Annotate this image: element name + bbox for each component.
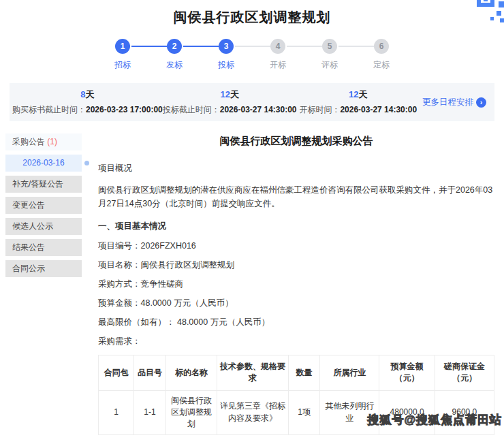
- step-toubiao: 3 投标: [200, 39, 252, 71]
- step-circle: 2: [167, 39, 182, 54]
- table-header-row: 合同包 品目号 标的名称 技术参数、规格要求 数量 所属行业 预算金额（元） 磋…: [99, 355, 494, 390]
- field-budget-amount: 预算金额：48.0000 万元（人民币）: [98, 298, 494, 309]
- announcement-body: 闽侯县行政区划调整规划采购公告 项目概况 闽侯县行政区划调整规划的潜在供应商应在…: [82, 133, 494, 444]
- step-label: 评标: [321, 59, 338, 71]
- sidebar-item-label: 采购公告: [12, 137, 45, 146]
- field-label: 最高限价（如有）：: [98, 317, 175, 327]
- cell-item-number: 1-1: [134, 390, 166, 434]
- sidebar-item-label: 2026-03-16: [22, 158, 64, 168]
- schedule-item-bid-deadline: 12天 投标截止时间：2026-03-27 14:30:00: [163, 89, 297, 116]
- days-remaining: 8天: [12, 89, 163, 101]
- step-label: 投标: [218, 59, 234, 71]
- overview-title: 项目概况: [98, 161, 494, 176]
- sidebar-item-label: 变更公告: [12, 200, 45, 210]
- field-max-price: 最高限价（如有）： 48.0000 万元（人民币）: [98, 317, 494, 328]
- days-unit: 天: [86, 89, 95, 99]
- schedule-item-purchase-deadline: 8天 购买标书截止时间：2026-03-23 17:00:00: [12, 89, 163, 116]
- deadline-label: 投标截止时间：: [163, 105, 220, 114]
- sidebar-item-candidate-publicity[interactable]: 候选人公示: [5, 218, 82, 235]
- sidebar-item-procurement-notice[interactable]: 采购公告 (1): [5, 133, 82, 150]
- step-kaibiao: 4 开标: [252, 39, 304, 71]
- sidebar-item-result-notice[interactable]: 结果公告: [5, 239, 82, 256]
- cell-quantity: 1项: [288, 390, 319, 434]
- deadline-time: 2026-03-27 14:30:00: [220, 105, 297, 114]
- sidebar-item-label: 补充/答疑公告: [12, 179, 63, 189]
- th-subject-name: 标的名称: [166, 355, 217, 390]
- unread-dot-icon: [84, 161, 89, 165]
- sidebar-item-change-notice[interactable]: 变更公告: [5, 197, 82, 214]
- cell-contract-package: 1: [99, 390, 134, 434]
- sidebar-item-label: 结果公告: [12, 242, 45, 252]
- step-circle: 4: [270, 39, 285, 54]
- deadline-line: 投标截止时间：2026-03-27 14:30:00: [163, 104, 297, 116]
- field-label: 项目编号：: [98, 241, 141, 251]
- days-number: 12: [220, 89, 230, 99]
- th-contract-package: 合同包: [99, 355, 134, 390]
- notice-count-badge: (1): [47, 137, 57, 146]
- field-label: 采购方式：: [98, 279, 141, 289]
- days-remaining: 12天: [163, 89, 297, 101]
- th-budget-amount: 预算金额（元）: [379, 355, 435, 390]
- step-circle: 1: [115, 39, 130, 54]
- field-value: 48.0000 万元（人民币）: [141, 298, 234, 308]
- overview-text: 闽侯县行政区划调整规划的潜在供应商应在福州信豪工程造价咨询有限公司获取采购文件，…: [98, 183, 494, 211]
- step-circle: 6: [374, 39, 389, 54]
- step-zhaobiao: 1 招标: [97, 39, 148, 71]
- deadline-line: 购买标书截止时间：2026-03-23 17:00:00: [12, 104, 163, 116]
- step-label: 开标: [270, 59, 286, 71]
- section1-title: 一、项目基本情况: [98, 221, 494, 232]
- page-title: 闽侯县行政区划调整规划: [0, 0, 504, 27]
- step-pingbiao: 5 评标: [304, 39, 356, 71]
- days-remaining: 12天: [297, 89, 420, 101]
- field-value: 闽侯县行政区划调整规划: [141, 260, 235, 270]
- field-label: 采购需求：: [98, 336, 141, 346]
- content-area: 采购公告 (1) 2026-03-16 补充/答疑公告 变更公告 候选人公示 结…: [0, 133, 504, 444]
- field-value: 48.0000 万元（人民币）: [177, 317, 270, 327]
- field-label: 预算金额：: [98, 298, 141, 308]
- site-logo: [469, 0, 504, 25]
- more-schedule-link[interactable]: 更多日程安排 ›: [420, 97, 486, 108]
- th-deposit: 磋商保证金（元）: [435, 355, 494, 390]
- sidebar-item-label: 合同公示: [12, 264, 45, 273]
- days-number: 8: [80, 89, 85, 99]
- step-dingbiao: 6 定标: [356, 39, 407, 71]
- days-unit: 天: [359, 89, 368, 99]
- step-circle: 3: [219, 39, 234, 54]
- sidebar-item-contract-publicity[interactable]: 合同公示: [5, 260, 82, 277]
- sidebar-item-date-2026-03-16[interactable]: 2026-03-16: [5, 155, 82, 172]
- sidebar-item-supplement-notice[interactable]: 补充/答疑公告: [5, 176, 82, 193]
- watermark-text: 搜狐号@搜狐焦点莆田站: [367, 412, 502, 428]
- th-quantity: 数量: [288, 355, 319, 390]
- th-item-number: 品目号: [134, 355, 166, 390]
- progress-stepper: 1 招标 2 发标 3 投标 4 开标 5 评标 6 定标: [0, 39, 504, 71]
- announcement-sidebar: 采购公告 (1) 2026-03-16 补充/答疑公告 变更公告 候选人公示 结…: [5, 133, 82, 444]
- field-label: 项目名称：: [98, 260, 141, 270]
- step-circle: 5: [322, 39, 337, 54]
- deadline-label: 开标时间：: [299, 105, 340, 114]
- cell-subject-name: 闽侯县行政区划调整规划: [166, 390, 217, 434]
- schedule-bar: 8天 购买标书截止时间：2026-03-23 17:00:00 12天 投标截止…: [10, 83, 494, 121]
- field-project-name: 项目名称：闽侯县行政区划调整规划: [98, 259, 494, 271]
- step-label: 定标: [373, 59, 390, 71]
- field-value: 竞争性磋商: [141, 279, 184, 289]
- sidebar-item-label: 候选人公示: [12, 221, 53, 231]
- step-fabiao: 2 发标: [148, 39, 200, 71]
- more-schedule-label: 更多日程安排: [422, 97, 473, 108]
- deadline-label: 购买标书截止时间：: [12, 105, 86, 114]
- qr-logo-icon: [469, 0, 504, 25]
- th-industry: 所属行业: [320, 355, 379, 390]
- deadline-time: 2026-03-27 14:30:00: [340, 105, 417, 114]
- deadline-time: 2026-03-23 17:00:00: [86, 105, 163, 114]
- schedule-item-opening-time: 12天 开标时间：2026-03-27 14:30:00: [297, 89, 420, 116]
- cell-tech-specs: 详见第三章《招标内容及要求》: [217, 390, 289, 434]
- chevron-right-icon: ›: [476, 97, 486, 108]
- field-value: 2026FZXH016: [141, 241, 196, 251]
- step-label: 招标: [114, 59, 131, 71]
- field-project-number: 项目编号：2026FZXH016: [98, 240, 494, 252]
- step-label: 发标: [166, 59, 183, 71]
- announcement-title: 闽侯县行政区划调整规划采购公告: [98, 135, 494, 148]
- field-procurement-method: 采购方式：竞争性磋商: [98, 279, 494, 290]
- field-procurement-demand: 采购需求：: [98, 336, 494, 347]
- th-tech-specs: 技术参数、规格要求: [217, 355, 289, 390]
- deadline-line: 开标时间：2026-03-27 14:30:00: [297, 104, 420, 116]
